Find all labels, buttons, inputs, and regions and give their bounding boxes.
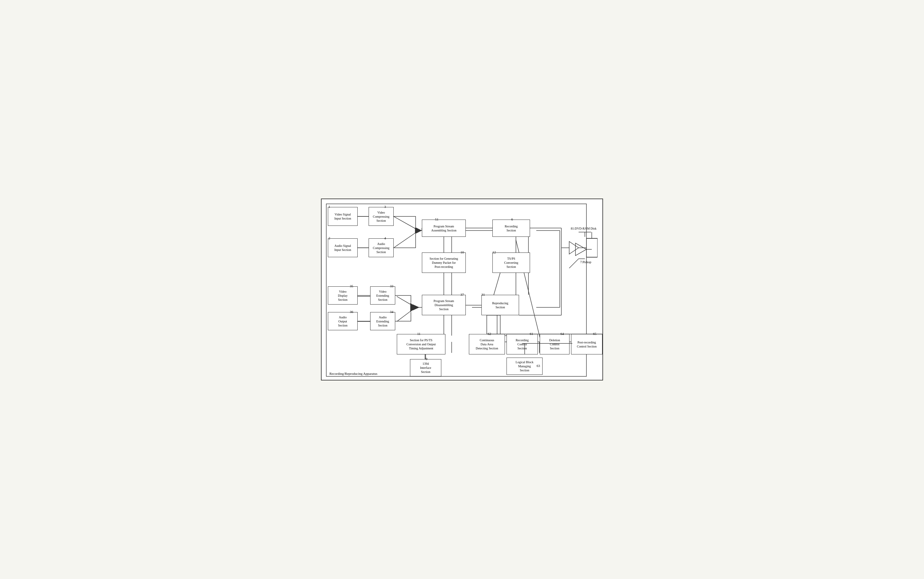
apparatus-label: Recording/Reproducing Apparatus <box>329 372 377 375</box>
audio-extending-label: Audio Extending Section <box>376 315 389 327</box>
video-extending-label: Video Extending Section <box>376 290 389 302</box>
program-stream-assembling-label: Program Stream Assembling Section <box>431 224 456 232</box>
ps-ts-conversion-label: Section for PS/TS Conversion and Output … <box>407 338 436 350</box>
video-display-box: Video Display Section <box>328 286 358 304</box>
recording-control-label: Recording Control Section <box>516 338 529 350</box>
num-36: 36 <box>350 310 353 314</box>
num-10: 10 <box>460 250 464 254</box>
svg-marker-5 <box>416 227 422 234</box>
dummy-packet-label: Section for Generating Dummy Packet for … <box>429 257 458 269</box>
audio-compressing-box: Audio Compressing Section <box>368 238 394 257</box>
continuous-data-box: Continuous Data Area Detecting Section <box>469 334 505 355</box>
num-34: 34 <box>390 310 393 314</box>
interface-1394-box: 1394 Interface Section <box>410 359 441 376</box>
recording-section-label: Recording Section <box>505 224 518 232</box>
video-signal-input-label: Video Signal Input Section <box>334 213 351 221</box>
num-3: 3 <box>384 205 386 209</box>
recording-section-box: Recording Section <box>492 219 530 237</box>
num-61: 61 <box>530 332 533 335</box>
svg-marker-36 <box>575 243 587 256</box>
audio-compressing-label: Audio Compressing Section <box>373 242 389 254</box>
video-display-label: Video Display Section <box>338 290 347 302</box>
program-stream-assembling-box: Program Stream Assembling Section <box>422 219 466 237</box>
num-62: 62 <box>488 332 491 335</box>
svg-line-3 <box>394 216 419 231</box>
audio-signal-input-box: Audio Signal Input Section <box>328 238 358 257</box>
num-33: 33 <box>390 284 393 288</box>
reproducing-section-box: Reproducing Section <box>481 295 519 315</box>
svg-marker-60 <box>410 303 416 312</box>
dvd-pickup-svg <box>569 231 594 271</box>
post-recording-control-box: Post-recording Control Section <box>571 334 603 355</box>
deletion-control-label: Deletion Control Section <box>549 338 560 350</box>
video-signal-input-box: Video Signal Input Section <box>328 207 358 226</box>
num-1: 1 <box>329 205 330 209</box>
diagram-container: Video Signal Input Section 1 Audio Signa… <box>321 199 603 380</box>
dvd-symbol <box>569 231 594 273</box>
program-stream-disassembling-box: Program Stream Disassembling Section <box>422 295 466 315</box>
continuous-data-label: Continuous Data Area Detecting Section <box>476 338 498 350</box>
num-12: 12 <box>492 250 496 254</box>
reproducing-section-label: Reproducing Section <box>492 301 508 309</box>
num-37: 37 <box>460 293 464 296</box>
recording-control-box: Recording Control Section <box>507 334 538 355</box>
audio-extending-box: Audio Extending Section <box>370 312 395 330</box>
num-6: 6 <box>511 218 513 221</box>
svg-marker-16 <box>412 304 419 311</box>
ts-ps-converting-box: TS/PS Converting Section <box>492 252 530 273</box>
num-65: 65 <box>593 332 596 335</box>
audio-output-label: Audio Output Section <box>338 315 347 327</box>
diagram-page: Video Signal Input Section 1 Audio Signa… <box>321 198 603 381</box>
video-extending-box: Video Extending Section <box>370 286 395 304</box>
num-4: 4 <box>384 236 386 240</box>
svg-marker-40 <box>415 227 420 234</box>
num-11: 11 <box>417 332 420 335</box>
video-compressing-box: Video Compressing Section <box>368 207 394 226</box>
num-35: 35 <box>350 284 353 288</box>
num-63: 63 <box>536 364 540 368</box>
ts-ps-converting-label: TS/PS Converting Section <box>504 257 518 269</box>
pickup-label: 7:Pickup <box>580 260 592 264</box>
audio-output-box: Audio Output Section <box>328 312 358 330</box>
logical-block-label: Logical Block Managing Section <box>516 360 533 372</box>
num-64: 64 <box>561 332 564 335</box>
num-9: 9 <box>425 357 427 361</box>
svg-line-15 <box>397 307 416 322</box>
ps-ts-conversion-box: Section for PS/TS Conversion and Output … <box>397 334 445 355</box>
dvd-ram-label: 81:DVD-RAM Disk <box>571 227 596 230</box>
video-compressing-label: Video Compressing Section <box>373 211 389 223</box>
num-31: 31 <box>481 293 485 296</box>
interface-1394-label: 1394 Interface Section <box>420 361 431 374</box>
post-recording-control-label: Post-recording Control Section <box>577 340 596 348</box>
deletion-control-box: Deletion Control Section <box>540 334 569 355</box>
svg-line-4 <box>394 231 419 248</box>
svg-line-14 <box>397 296 416 307</box>
num-51: 51 <box>435 218 438 221</box>
num-2: 2 <box>329 236 330 240</box>
program-stream-disassembling-label: Program Stream Disassembling Section <box>433 299 454 311</box>
dummy-packet-box: Section for Generating Dummy Packet for … <box>422 252 466 273</box>
audio-signal-input-label: Audio Signal Input Section <box>334 244 351 252</box>
